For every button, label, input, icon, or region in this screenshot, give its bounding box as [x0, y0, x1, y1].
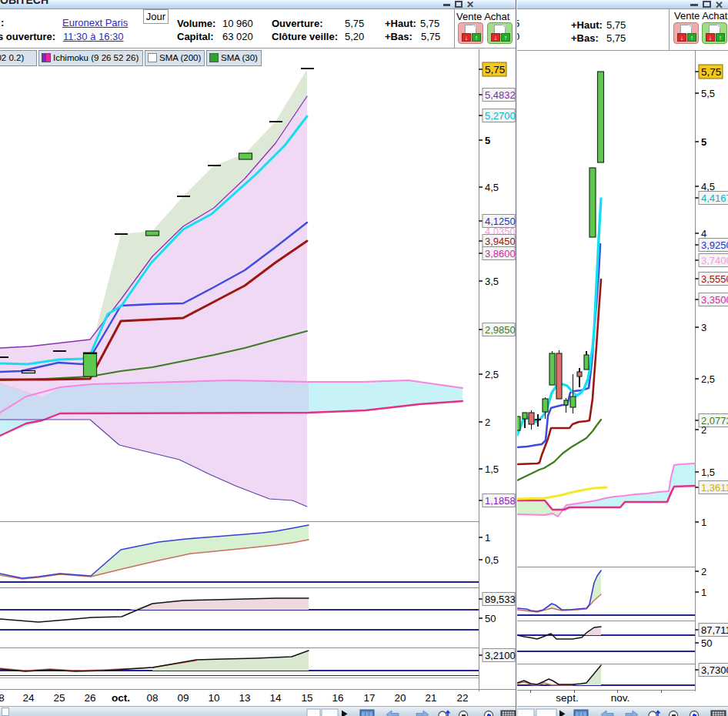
svg-text:2,9850: 2,9850	[485, 324, 516, 336]
svg-text:3,7400: 3,7400	[701, 255, 728, 266]
svg-text:5,75: 5,75	[485, 64, 505, 75]
svg-text:22: 22	[456, 692, 468, 704]
svg-text:3,7300: 3,7300	[701, 664, 728, 676]
svg-text:4,5: 4,5	[485, 182, 499, 193]
svg-text:0,5: 0,5	[485, 554, 499, 566]
svg-text:24: 24	[22, 692, 35, 704]
svg-text:3: 3	[701, 322, 706, 333]
svg-text:3,5550: 3,5550	[701, 273, 728, 285]
svg-text:4,4167: 4,4167	[701, 192, 728, 204]
svg-text:1,3611: 1,3611	[701, 482, 728, 494]
svg-text:20: 20	[394, 692, 406, 704]
svg-text:3,2100: 3,2100	[485, 650, 516, 661]
svg-text:oct.: oct.	[112, 692, 130, 704]
svg-text:87,711: 87,711	[701, 624, 728, 636]
svg-text:15: 15	[301, 692, 312, 704]
svg-text:2: 2	[701, 424, 706, 436]
svg-text:5,2700: 5,2700	[485, 110, 516, 122]
svg-text:3,3500: 3,3500	[701, 294, 728, 306]
svg-text:10: 10	[208, 692, 219, 704]
svg-text:1,1858: 1,1858	[485, 495, 516, 507]
svg-text:sept.: sept.	[556, 692, 578, 704]
svg-text:14: 14	[269, 692, 282, 704]
svg-text:5: 5	[485, 135, 490, 146]
svg-text:16: 16	[332, 692, 343, 704]
svg-text:1: 1	[485, 532, 490, 544]
svg-text:4: 4	[701, 228, 706, 239]
svg-text:5,75: 5,75	[701, 66, 721, 78]
svg-text:2: 2	[485, 417, 490, 428]
svg-text:1,5: 1,5	[485, 463, 499, 475]
svg-text:89,533: 89,533	[485, 594, 516, 605]
svg-text:26: 26	[84, 692, 95, 704]
svg-text:25: 25	[53, 692, 65, 704]
svg-text:1: 1	[701, 517, 706, 528]
svg-text:09: 09	[177, 692, 189, 704]
svg-text:3,9250: 3,9250	[701, 239, 728, 251]
svg-text:5,4832: 5,4832	[485, 89, 516, 101]
svg-text:8: 8	[0, 692, 5, 704]
svg-text:5: 5	[701, 136, 706, 148]
svg-text:1,5: 1,5	[701, 467, 715, 478]
svg-text:3,8600: 3,8600	[485, 248, 516, 259]
svg-text:2,5: 2,5	[485, 369, 499, 380]
svg-text:21: 21	[425, 692, 436, 704]
svg-text:13: 13	[239, 692, 250, 704]
svg-text:17: 17	[363, 692, 375, 704]
svg-text:nov.: nov.	[611, 692, 630, 704]
svg-text:50: 50	[485, 613, 496, 624]
svg-text:08: 08	[146, 692, 158, 704]
svg-text:3,9450: 3,9450	[485, 236, 516, 247]
svg-text:50: 50	[701, 637, 712, 649]
svg-text:4,5: 4,5	[701, 181, 715, 192]
svg-text:5,5: 5,5	[701, 88, 715, 99]
svg-text:3,5: 3,5	[485, 276, 499, 287]
svg-text:1: 1	[701, 587, 706, 598]
svg-text:2,5: 2,5	[701, 373, 715, 385]
svg-text:2: 2	[701, 566, 706, 577]
